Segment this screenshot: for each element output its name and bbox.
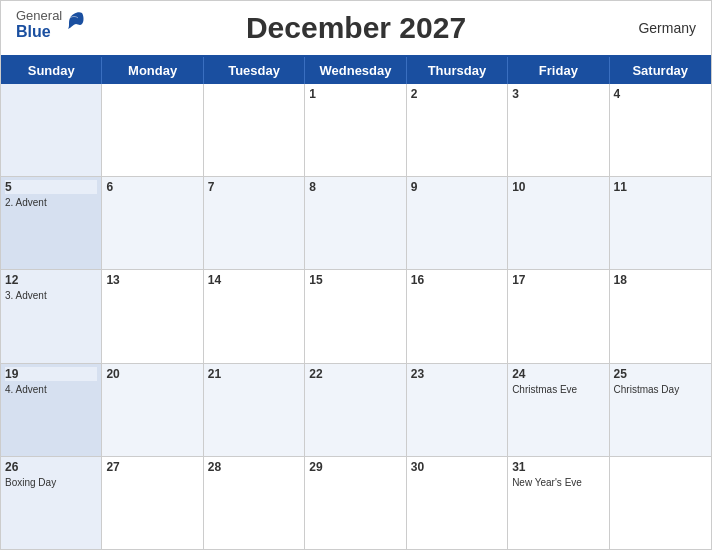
header-saturday: Saturday: [610, 57, 711, 84]
day-number: 20: [106, 367, 198, 381]
day-cell: 21: [204, 364, 305, 456]
day-cell: [204, 84, 305, 176]
day-cell: 13: [102, 270, 203, 362]
week-row-4: 194. Advent2021222324Christmas Eve25Chri…: [1, 364, 711, 457]
day-number: 25: [614, 367, 707, 381]
day-number: 11: [614, 180, 707, 194]
day-number: 12: [5, 273, 97, 287]
day-cell: 3: [508, 84, 609, 176]
day-cell: 18: [610, 270, 711, 362]
day-cell: 28: [204, 457, 305, 549]
day-number: 13: [106, 273, 198, 287]
day-number: 2: [411, 87, 503, 101]
calendar-header: General Blue December 2027 Germany: [1, 1, 711, 55]
week-row-1: 1234: [1, 84, 711, 177]
holiday-label: Christmas Day: [614, 383, 707, 396]
day-cell: [1, 84, 102, 176]
day-number: 5: [5, 180, 97, 194]
holiday-label: New Year's Eve: [512, 476, 604, 489]
day-number: 15: [309, 273, 401, 287]
day-cell: 14: [204, 270, 305, 362]
day-cell: 194. Advent: [1, 364, 102, 456]
day-cell: 10: [508, 177, 609, 269]
day-cell: 7: [204, 177, 305, 269]
day-cell: 27: [102, 457, 203, 549]
day-cell: 9: [407, 177, 508, 269]
day-number: 1: [309, 87, 401, 101]
day-cell: 52. Advent: [1, 177, 102, 269]
header-wednesday: Wednesday: [305, 57, 406, 84]
day-cell: 6: [102, 177, 203, 269]
calendar-container: General Blue December 2027 Germany Sunda…: [0, 0, 712, 550]
day-number: 26: [5, 460, 97, 474]
logo-blue-text: Blue: [16, 23, 62, 41]
header-thursday: Thursday: [407, 57, 508, 84]
day-cell: 22: [305, 364, 406, 456]
day-cell: 11: [610, 177, 711, 269]
header-tuesday: Tuesday: [204, 57, 305, 84]
day-number: 31: [512, 460, 604, 474]
holiday-label: 2. Advent: [5, 196, 97, 209]
header-sunday: Sunday: [1, 57, 102, 84]
day-number: 16: [411, 273, 503, 287]
holiday-label: Boxing Day: [5, 476, 97, 489]
day-cell: 4: [610, 84, 711, 176]
day-cell: 16: [407, 270, 508, 362]
day-cell: 23: [407, 364, 508, 456]
holiday-label: 4. Advent: [5, 383, 97, 396]
week-row-3: 123. Advent131415161718: [1, 270, 711, 363]
day-number: 6: [106, 180, 198, 194]
day-number: 14: [208, 273, 300, 287]
weeks-container: 123452. Advent67891011123. Advent1314151…: [1, 84, 711, 549]
day-cell: 2: [407, 84, 508, 176]
calendar-grid: Sunday Monday Tuesday Wednesday Thursday…: [1, 55, 711, 549]
day-headers-row: Sunday Monday Tuesday Wednesday Thursday…: [1, 57, 711, 84]
day-number: 24: [512, 367, 604, 381]
day-number: 27: [106, 460, 198, 474]
day-number: 19: [5, 367, 97, 381]
header-monday: Monday: [102, 57, 203, 84]
day-cell: 15: [305, 270, 406, 362]
logo-general-text: General: [16, 9, 62, 23]
logo-texts: General Blue: [16, 9, 62, 41]
day-cell: 25Christmas Day: [610, 364, 711, 456]
day-cell: 17: [508, 270, 609, 362]
day-number: 21: [208, 367, 300, 381]
day-number: 8: [309, 180, 401, 194]
holiday-label: 3. Advent: [5, 289, 97, 302]
logo: General Blue: [16, 9, 86, 41]
day-number: 17: [512, 273, 604, 287]
week-row-5: 26Boxing Day2728293031New Year's Eve: [1, 457, 711, 549]
day-number: 23: [411, 367, 503, 381]
day-cell: 24Christmas Eve: [508, 364, 609, 456]
day-cell: 29: [305, 457, 406, 549]
day-number: 7: [208, 180, 300, 194]
day-number: 4: [614, 87, 707, 101]
month-title: December 2027: [246, 11, 466, 45]
day-cell: 20: [102, 364, 203, 456]
day-cell: 30: [407, 457, 508, 549]
day-cell: 1: [305, 84, 406, 176]
day-cell: 26Boxing Day: [1, 457, 102, 549]
day-number: 22: [309, 367, 401, 381]
day-cell: 31New Year's Eve: [508, 457, 609, 549]
day-number: 30: [411, 460, 503, 474]
day-cell: 123. Advent: [1, 270, 102, 362]
day-cell: [102, 84, 203, 176]
day-number: 18: [614, 273, 707, 287]
day-number: 3: [512, 87, 604, 101]
day-number: 10: [512, 180, 604, 194]
day-number: 28: [208, 460, 300, 474]
day-cell: [610, 457, 711, 549]
header-friday: Friday: [508, 57, 609, 84]
country-label: Germany: [638, 20, 696, 36]
day-number: 29: [309, 460, 401, 474]
logo-bird-icon: [64, 10, 86, 32]
holiday-label: Christmas Eve: [512, 383, 604, 396]
day-cell: 8: [305, 177, 406, 269]
day-number: 9: [411, 180, 503, 194]
week-row-2: 52. Advent67891011: [1, 177, 711, 270]
